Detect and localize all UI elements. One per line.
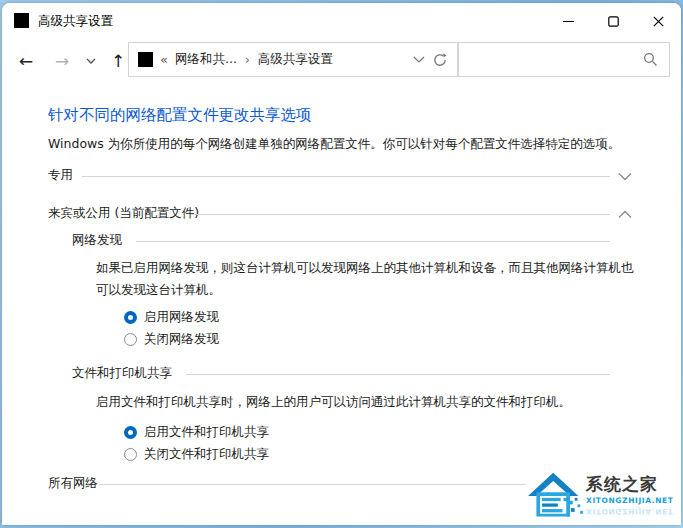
up-icon: ↑ (111, 51, 125, 71)
minimize-button[interactable] (546, 3, 591, 39)
section-all-networks-title: 所有网络 (48, 475, 98, 492)
navigation-bar: ← → ↑ « 网络和共... › 高级共享设置 (2, 39, 681, 83)
section-private-title: 专用 (48, 167, 73, 184)
network-discovery-description: 如果已启用网络发现，则这台计算机可以发现网络上的其他计算机和设备，而且其他网络计… (96, 257, 644, 301)
chevron-up-icon[interactable] (618, 210, 632, 219)
window-controls (546, 3, 681, 39)
watermark: 系统之家 XITONGZHIJIA.NET XITONGZHIJIA.NET (526, 467, 681, 525)
divider (186, 374, 610, 375)
location-icon (138, 52, 153, 67)
watermark-logo-icon (528, 469, 584, 523)
radio-label: 启用网络发现 (144, 309, 219, 326)
radio-label: 关闭网络发现 (144, 331, 219, 348)
recent-locations-button[interactable] (82, 47, 100, 75)
radio-button[interactable] (124, 426, 137, 439)
breadcrumb-overflow-icon[interactable]: « (160, 52, 168, 67)
breadcrumb-separator-icon: › (244, 53, 251, 67)
back-icon: ← (19, 51, 33, 71)
section-guest-public[interactable]: 来宾或公用 (当前配置文件) (48, 205, 648, 225)
close-icon (653, 16, 664, 27)
divider (82, 176, 610, 177)
maximize-icon (608, 16, 619, 27)
back-button[interactable]: ← (12, 47, 40, 75)
radio-label: 关闭文件和打印机共享 (144, 446, 269, 463)
search-box[interactable] (458, 42, 670, 77)
watermark-reflection: XITONGZHIJIA.NET (586, 507, 674, 516)
breadcrumb-parent[interactable]: 网络和共... (175, 51, 237, 68)
app-icon (14, 13, 29, 28)
titlebar: 高级共享设置 (2, 3, 681, 39)
subsection-network-discovery: 网络发现 (72, 232, 648, 252)
watermark-domain: XITONGZHIJIA.NET (586, 496, 674, 505)
radio-option-disable-network-discovery[interactable]: 关闭网络发现 (124, 330, 219, 348)
radio-option-enable-network-discovery[interactable]: 启用网络发现 (124, 308, 219, 326)
main-content: 针对不同的网络配置文件更改共享选项 Windows 为你所使用的每个网络创建单独… (2, 83, 681, 525)
close-button[interactable] (636, 3, 681, 39)
minimize-icon (563, 16, 574, 27)
file-printer-sharing-description: 启用文件和打印机共享时，网络上的用户可以访问通过此计算机共享的文件和打印机。 (96, 391, 644, 413)
address-bar[interactable]: « 网络和共... › 高级共享设置 (128, 42, 458, 77)
section-private[interactable]: 专用 (48, 167, 648, 187)
forward-icon: → (55, 51, 69, 71)
divider (191, 214, 610, 215)
radio-option-disable-file-printer-sharing[interactable]: 关闭文件和打印机共享 (124, 445, 269, 463)
search-input[interactable] (465, 47, 633, 72)
chevron-down-icon[interactable] (618, 172, 632, 181)
advanced-sharing-settings-window: 高级共享设置 ← → ↑ « 网络和共... › 高级共享设置 (2, 3, 681, 525)
forward-button[interactable]: → (48, 47, 76, 75)
section-guest-public-title: 来宾或公用 (当前配置文件) (48, 205, 199, 222)
breadcrumb-current[interactable]: 高级共享设置 (258, 51, 333, 68)
chevron-down-icon (86, 58, 96, 64)
file-printer-sharing-title: 文件和打印机共享 (72, 365, 172, 382)
radio-button[interactable] (124, 333, 137, 346)
radio-label: 启用文件和打印机共享 (144, 424, 269, 441)
watermark-name: 系统之家 (586, 473, 658, 496)
page-intro: Windows 为你所使用的每个网络创建单独的网络配置文件。你可以针对每个配置文… (48, 136, 648, 153)
radio-button[interactable] (124, 448, 137, 461)
maximize-button[interactable] (591, 3, 636, 39)
radio-option-enable-file-printer-sharing[interactable]: 启用文件和打印机共享 (124, 423, 269, 441)
radio-button[interactable] (124, 311, 137, 324)
window-title: 高级共享设置 (38, 13, 113, 30)
address-dropdown-chevron-icon[interactable] (413, 56, 425, 63)
network-discovery-title: 网络发现 (72, 232, 122, 249)
subsection-file-printer-sharing: 文件和打印机共享 (72, 365, 648, 385)
divider (136, 241, 610, 242)
refresh-icon[interactable] (432, 52, 448, 68)
page-title: 针对不同的网络配置文件更改共享选项 (48, 105, 312, 126)
search-icon (643, 52, 658, 67)
